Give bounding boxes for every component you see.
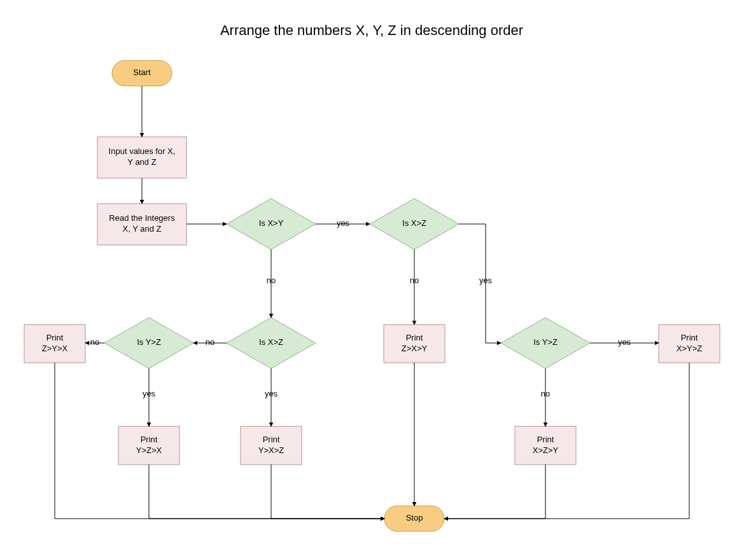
print-yzx-l2: Y>Z>X — [136, 445, 162, 455]
edge-yzx-stop — [149, 465, 384, 519]
edge-yxz-stop — [271, 465, 384, 519]
decision-xz-left-label: Is X>Z — [259, 337, 283, 347]
decision-xy-label: Is X>Y — [259, 218, 284, 228]
print-xyz-l2: X>Y>Z — [677, 344, 703, 353]
read-label-2: X, Y and Z — [123, 224, 162, 234]
edge-yzl-no-label: no — [90, 337, 99, 347]
input-label-1: Input values for X, — [109, 146, 176, 156]
print-xzy-l2: X>Z>Y — [533, 445, 559, 455]
edge-yzr-yes-label: yes — [618, 337, 631, 347]
edge-yzl-yes-label: yes — [143, 389, 156, 398]
print-yxz-l1: Print — [263, 435, 280, 444]
edge-xzy-stop — [444, 465, 545, 519]
edge-xzr-yes-label: yes — [479, 276, 493, 285]
decision-xz-right-label: Is X>Z — [402, 218, 426, 228]
print-zyx-l1: Print — [46, 333, 64, 342]
edge-xy-no-label: no — [267, 276, 276, 285]
print-xyz-l1: Print — [681, 333, 698, 342]
decision-yz-left-label: Is Y>Z — [137, 337, 161, 347]
edge-yzr-no-label: no — [541, 389, 550, 398]
stop-label: Stop — [406, 513, 423, 522]
print-zxy-l2: Z>X>Y — [402, 344, 428, 353]
print-yxz-l2: Y>X>Z — [258, 445, 284, 455]
edge-xzl-no-label: no — [206, 337, 214, 347]
input-label-2: Y and Z — [127, 157, 156, 167]
edge-xy-yes-label: yes — [337, 218, 350, 228]
edge-xzr-no-label: no — [410, 276, 419, 285]
edge-xzl-yes-label: yes — [265, 389, 278, 398]
start-label: Start — [133, 67, 151, 77]
diagram-title: Arrange the numbers X, Y, Z in descendin… — [220, 22, 523, 38]
print-zxy-l1: Print — [406, 333, 423, 342]
read-label-1: Read the Integers — [109, 213, 175, 223]
print-yzx-l1: Print — [141, 435, 158, 444]
decision-yz-right-label: Is Y>Z — [533, 337, 558, 347]
edge-zyx-stop — [55, 363, 384, 519]
print-zyx-l2: Z>Y>X — [42, 344, 68, 353]
flowchart: Arrange the numbers X, Y, Z in descendin… — [0, 0, 744, 560]
print-xzy-l1: Print — [537, 435, 554, 444]
